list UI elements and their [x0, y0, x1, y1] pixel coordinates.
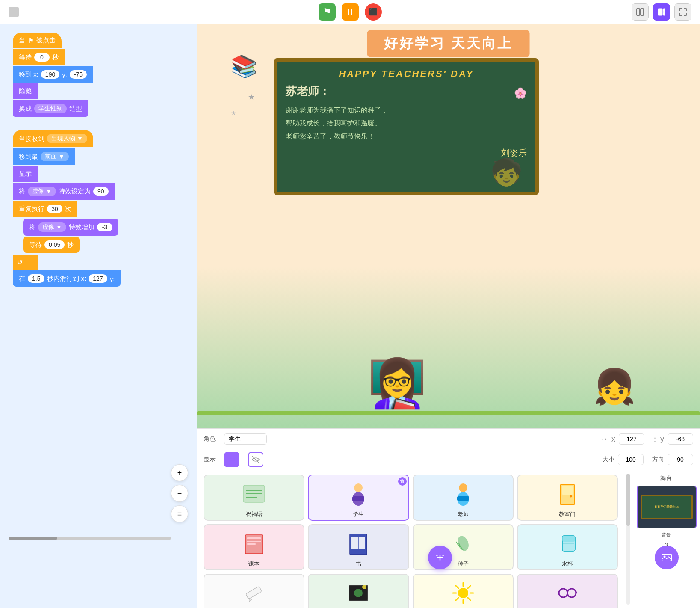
svg-point-35 [458, 588, 468, 598]
sprite-card-zhongzi[interactable]: 种子 [413, 524, 514, 570]
x-input[interactable] [619, 433, 644, 445]
set-effect-block[interactable]: 将 虚像 ▼ 特效设定为 90 [13, 183, 115, 200]
svg-line-6 [252, 456, 259, 463]
front-dropdown[interactable]: 前面 ▼ [41, 152, 69, 161]
sprite-grid-area: 祝福语 🗑 学生 [197, 470, 700, 608]
effect-value[interactable]: 90 [93, 187, 109, 196]
repeat-label: 重复执行 [19, 205, 44, 213]
sprite-card-xuesheng[interactable]: 🗑 学生 [308, 475, 409, 521]
sprite-card-shuibei[interactable]: 水杯 [517, 524, 618, 570]
stop-icon: ⬛ [369, 8, 378, 16]
sprite-name-zhongzi: 种子 [458, 560, 469, 568]
svg-rect-21 [247, 537, 261, 539]
svg-rect-30 [246, 586, 262, 599]
message-text: 谢谢老师为我播下了知识的种子， 帮助我成长，给我呵护和温暖。 老师您辛苦了，教师… [286, 104, 527, 143]
zoom-reset-button[interactable]: = [171, 505, 188, 522]
hide-block[interactable]: 隐藏 [13, 83, 38, 99]
glide-x[interactable]: 127 [89, 274, 107, 283]
green-flag-button[interactable]: ⚑ [319, 3, 336, 21]
wait-block-2[interactable]: 等待 0.05 秒 [23, 237, 80, 253]
svg-line-42 [468, 586, 470, 588]
sprite-name-zhufu: 祝福语 [246, 510, 263, 518]
wait-value-1[interactable]: 0 [34, 53, 50, 62]
change-effect-block[interactable]: 将 虚像 ▼ 特效增加 -3 [23, 219, 118, 236]
repeat-block[interactable]: 重复执行 30 次 [13, 201, 77, 217]
glide-y-prefix: y: [110, 275, 115, 282]
svg-rect-13 [352, 496, 364, 501]
sprite-card-yangjing[interactable]: oo [517, 574, 618, 608]
msg-line1: 谢谢老师为我播下了知识的种子， [286, 107, 388, 114]
sprite-grid: 祝福语 🗑 学生 [197, 470, 625, 608]
when-flag-clicked-block[interactable]: 当 ⚑ 被点击 [13, 33, 62, 48]
zoom-in-button[interactable]: + [171, 464, 188, 481]
sprite-img-zhongzi [448, 528, 478, 558]
repeat-value[interactable]: 30 [47, 205, 62, 213]
thumb-text: 好好学习天天向上 [655, 505, 679, 509]
sprite-name-input[interactable] [224, 433, 267, 445]
direction-input[interactable] [668, 454, 693, 465]
sprite-scrollbar[interactable] [626, 474, 630, 605]
sprite-card-keben[interactable]: 课本 [204, 524, 304, 570]
x-label: x [611, 435, 615, 444]
stage-label: 舞台 [637, 475, 696, 482]
move-label: 移到 x: [19, 71, 38, 79]
glide-time[interactable]: 1.5 [28, 274, 44, 283]
effect2-label: 将 [29, 223, 35, 231]
effect2-value[interactable]: -3 [97, 223, 112, 231]
role-label: 角色 [204, 435, 216, 443]
move-x-value[interactable]: 190 [41, 70, 59, 79]
add-sprite-button[interactable] [428, 546, 452, 569]
thumb-chalkboard: 好好学习天天向上 [641, 495, 693, 519]
svg-rect-3 [663, 9, 665, 12]
costume-block[interactable]: 换成 学生性别 造型 [13, 100, 88, 117]
pause-button[interactable] [342, 3, 359, 21]
move-y-value[interactable]: -75 [70, 70, 87, 79]
costume-label: 换成 [19, 105, 32, 113]
stage-area: 好好学习 天天向上 📚 HAPPY TEACHERS' DAY 苏老师： 谢谢老… [197, 24, 700, 608]
dropdown-chevron-3: ▼ [46, 188, 52, 195]
receive-msg-dropdown[interactable]: 出现人物 ▼ [47, 134, 87, 143]
sprite-card-fenbi[interactable]: 粉笔 [204, 574, 304, 608]
horizontal-scrollbar[interactable] [9, 537, 171, 540]
glide-suffix: 秒内滑行到 x: [47, 275, 86, 283]
logo [9, 7, 19, 17]
svg-point-45 [567, 589, 576, 597]
sprite-card-jiaoshimen[interactable]: 教室门 [517, 475, 618, 521]
fullscreen-button[interactable] [674, 3, 691, 21]
svg-line-40 [456, 586, 458, 588]
svg-point-34 [362, 585, 366, 589]
wait-block-1[interactable]: 等待 0 秒 [13, 49, 65, 65]
when-receive-block[interactable]: 当接收到 出现人物 ▼ [13, 130, 93, 147]
layout-button-2[interactable] [653, 3, 670, 21]
add-background-button[interactable] [655, 546, 679, 569]
y-input[interactable] [668, 433, 693, 445]
move-front-block[interactable]: 移到最 前面 ▼ [13, 148, 75, 165]
svg-rect-28 [562, 536, 575, 542]
sprite-card-laoshi[interactable]: 老师 [413, 475, 514, 521]
zoom-eq-icon: = [177, 510, 182, 519]
costume-val[interactable]: 学生性别 [34, 104, 67, 113]
sprite-name-laoshi: 老师 [458, 510, 469, 518]
move-to-block[interactable]: 移到 x: 190 y: -75 [13, 66, 93, 83]
layout-button-1[interactable] [632, 3, 649, 21]
effect-type-dropdown[interactable]: 虚像 ▼ [28, 187, 56, 196]
scene-background: 好好学习 天天向上 📚 HAPPY TEACHERS' DAY 苏老师： 谢谢老… [197, 24, 700, 428]
stage-thumbnail[interactable]: 好好学习天天向上 [637, 486, 697, 528]
zoom-out-button[interactable]: − [171, 485, 188, 502]
dir-label: 方向 [652, 456, 664, 463]
sprite-card-shu[interactable]: 书 [308, 524, 409, 570]
show-block[interactable]: 显示 [13, 166, 38, 182]
wait-value-2[interactable]: 0.05 [44, 240, 65, 249]
sprite-card-huaban[interactable]: 画板 [308, 574, 409, 608]
show-button[interactable] [224, 452, 239, 467]
sprite-card-zhufu[interactable]: 祝福语 [204, 475, 304, 521]
floor-decoration [197, 411, 700, 415]
sprite-name-xuesheng: 学生 [353, 510, 364, 518]
glide-block[interactable]: 在 1.5 秒内滑行到 x: 127 y: [13, 270, 121, 287]
effect2-type-dropdown[interactable]: 虚像 ▼ [38, 222, 66, 232]
size-input[interactable] [618, 454, 644, 465]
sprite-card-yangguang[interactable]: ☀️ [413, 574, 514, 608]
sprite-delete-xuesheng[interactable]: 🗑 [398, 477, 407, 486]
hide-button[interactable] [248, 452, 263, 467]
stop-button[interactable]: ⬛ [365, 3, 382, 21]
